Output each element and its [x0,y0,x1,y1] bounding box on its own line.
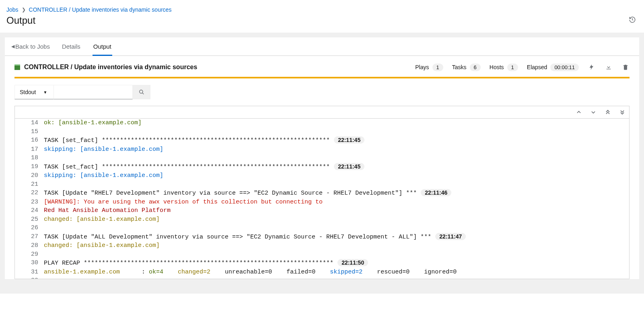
line-text [44,224,629,232]
line-number: 17 [15,145,44,154]
line-text: ok: [ansible-1.example.com] [44,119,629,127]
tab-output[interactable]: Output [93,37,112,56]
output-line: 15 [15,127,629,136]
tab-details[interactable]: Details [61,37,81,56]
back-to-jobs-label: Back to Jobs [15,43,50,50]
line-text [44,154,629,162]
output-line: 16TASK [set_fact] **********************… [15,136,629,145]
line-text: TASK [Update "RHEL7 Development" invento… [44,189,629,198]
tasks-count: 6 [470,64,481,71]
line-number: 15 [15,127,44,136]
stat-hosts: Hosts 1 [490,64,518,71]
line-text: [WARNING]: You are using the awx version… [44,198,629,207]
content-area: ◀ Back to Jobs Details Output CONTROLLER… [0,33,644,294]
output-line: 14ok: [ansible-1.example.com] [15,119,629,127]
job-title: CONTROLLER / Update inventories via dyna… [24,64,415,71]
svg-point-0 [140,90,143,93]
line-number: 21 [15,180,44,189]
plays-count: 1 [432,64,443,71]
output-toolbar [15,106,629,119]
line-number: 20 [15,171,44,180]
back-to-jobs[interactable]: ◀ Back to Jobs [11,37,50,56]
output-line: 30PLAY RECAP ***************************… [15,259,629,268]
output-line: 21 [15,180,629,189]
line-number: 19 [15,162,44,172]
download-icon[interactable] [605,63,613,71]
output-line: 27TASK [Update "ALL Development" invento… [15,232,629,242]
status-success-icon [14,64,20,70]
scroll-bottom-icon[interactable] [619,109,626,116]
line-number: 25 [15,215,44,224]
timestamp-badge: 22:11:45 [334,136,364,144]
relaunch-icon[interactable] [588,63,596,71]
output-line: 31ansible-1.example.com : ok=4 changed=2… [15,268,629,277]
plays-label: Plays [415,64,429,70]
line-text: skipping: [ansible-1.example.com] [44,171,629,180]
line-number: 18 [15,154,44,162]
hosts-label: Hosts [490,64,504,70]
scroll-down-icon[interactable] [590,109,597,116]
scroll-up-icon[interactable] [575,109,582,116]
line-number: 26 [15,224,44,232]
line-text: changed: [ansible-1.example.com] [44,241,629,250]
stat-tasks: Tasks 6 [452,64,481,71]
breadcrumb-jobs[interactable]: Jobs [6,6,19,13]
filter-search-input[interactable] [54,85,133,99]
filter-mode-select[interactable]: Stdout ▼ [14,85,54,99]
output-line: 29 [15,250,629,259]
history-icon[interactable] [627,14,638,26]
line-text: TASK [set_fact] ************************… [44,162,629,172]
chevron-right-icon: ❯ [22,7,26,12]
output-scroll[interactable]: 14ok: [ansible-1.example.com]1516TASK [s… [15,119,629,279]
output-line: 22TASK [Update "RHEL7 Development" inven… [15,189,629,198]
output-line: 26 [15,224,629,232]
output-box: 14ok: [ansible-1.example.com]1516TASK [s… [14,106,630,279]
elapsed-value: 00:00:11 [550,64,579,71]
svg-line-1 [142,93,144,95]
line-text: Red Hat Ansible Automation Platform [44,206,629,215]
line-number: 29 [15,250,44,259]
line-number: 14 [15,119,44,127]
line-text [44,127,629,136]
scroll-top-icon[interactable] [604,109,611,116]
line-text [44,276,629,279]
output-line: 18 [15,154,629,162]
hosts-count: 1 [507,64,518,71]
line-text: TASK [set_fact] ************************… [44,136,629,145]
line-text: changed: [ansible-1.example.com] [44,215,629,224]
tasks-label: Tasks [452,64,467,70]
output-line: 19TASK [set_fact] **********************… [15,162,629,172]
line-number: 27 [15,232,44,242]
line-text: ansible-1.example.com : ok=4 changed=2 u… [44,268,629,277]
delete-icon[interactable] [621,63,630,71]
timestamp-badge: 22:11:46 [421,189,451,196]
breadcrumb: Jobs ❯ CONTROLLER / Update inventories v… [6,6,638,13]
output-line: 28changed: [ansible-1.example.com] [15,241,629,250]
elapsed-label: Elapsed [527,64,547,70]
line-number: 22 [15,189,44,198]
timestamp-badge: 22:11:45 [334,163,364,170]
filter-row: Stdout ▼ [5,78,639,106]
tabs: ◀ Back to Jobs Details Output [5,37,639,56]
breadcrumb-current[interactable]: CONTROLLER / Update inventories via dyna… [29,6,172,13]
stat-plays: Plays 1 [415,64,443,71]
output-line: 32 [15,276,629,279]
timestamp-badge: 22:11:47 [435,233,466,240]
search-button[interactable] [133,85,150,99]
line-text [44,180,629,189]
line-text: PLAY RECAP *****************************… [44,259,629,268]
output-line: 20skipping: [ansible-1.example.com] [15,171,629,180]
line-number: 32 [15,276,44,279]
line-number: 24 [15,206,44,215]
page-title: Output [6,15,35,26]
filter-mode-label: Stdout [20,89,36,95]
stat-elapsed: Elapsed 00:00:11 [527,64,579,71]
output-panel: ◀ Back to Jobs Details Output CONTROLLER… [5,37,639,279]
page-title-row: Output [6,14,638,26]
output-line: 25changed: [ansible-1.example.com] [15,215,629,224]
page-header-region: Jobs ❯ CONTROLLER / Update inventories v… [0,0,644,26]
output-line: 24Red Hat Ansible Automation Platform [15,206,629,215]
line-text: skipping: [ansible-1.example.com] [44,145,629,154]
line-number: 28 [15,241,44,250]
line-number: 30 [15,259,44,268]
